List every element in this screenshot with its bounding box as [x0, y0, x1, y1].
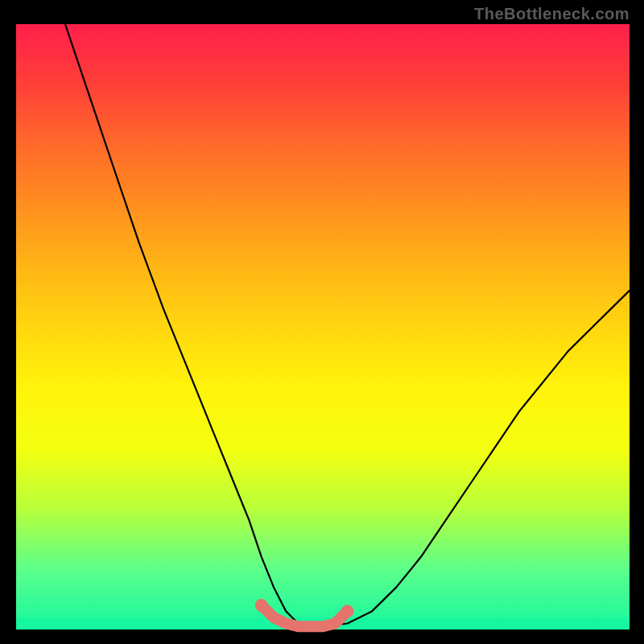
optimal-range-endpoint: [255, 599, 268, 612]
plot-background: [16, 24, 630, 630]
chart-stage: TheBottleneck.com: [0, 0, 644, 644]
optimal-range-endpoint: [341, 605, 354, 617]
bottleneck-chart: [0, 0, 644, 644]
watermark-text: TheBottleneck.com: [474, 5, 630, 23]
